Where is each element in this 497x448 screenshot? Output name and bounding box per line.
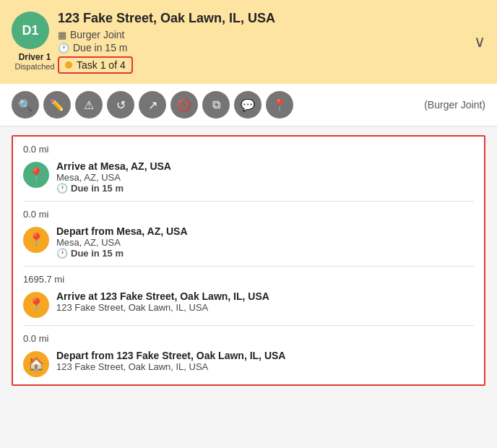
task-icon: 🏠 — [23, 351, 49, 377]
alert-tool-button[interactable]: ⚠ — [75, 91, 103, 119]
business-name: Burger Joint — [70, 29, 124, 40]
share-tool-button[interactable]: ↗ — [139, 91, 166, 119]
distance-label: 0.0 mi — [23, 144, 474, 155]
task-badge: Task 1 of 4 — [58, 56, 133, 74]
task-title: Arrive at 123 Fake Street, Oak Lawn, IL,… — [56, 290, 474, 302]
task-list-container: 0.0 mi📍Arrive at Mesa, AZ, USAMesa, AZ, … — [12, 135, 485, 386]
task-dot — [65, 61, 72, 69]
task-icon: 📍 — [23, 292, 49, 318]
header-address: 123 Fake Street, Oak Lawn, IL, USA — [58, 10, 485, 27]
copy-tool-button[interactable]: ⧉ — [202, 91, 230, 119]
task-row: 📍Arrive at 123 Fake Street, Oak Lawn, IL… — [23, 290, 474, 318]
task-details: Arrive at Mesa, AZ, USAMesa, AZ, USA🕐 Du… — [56, 160, 474, 194]
task-address: 123 Fake Street, Oak Lawn, IL, USA — [56, 302, 474, 313]
header-info: 123 Fake Street, Oak Lawn, IL, USA ▦ Bur… — [58, 10, 485, 74]
task-row: 📍Arrive at Mesa, AZ, USAMesa, AZ, USA🕐 D… — [23, 160, 474, 194]
distance-label: 1695.7 mi — [23, 274, 474, 285]
driver-avatar: D1 — [12, 12, 49, 49]
task-due: 🕐 Due in 15 m — [56, 248, 474, 259]
task-icon: 📍 — [23, 227, 49, 253]
task-item: 0.0 mi🏠Depart from 123 Fake Street, Oak … — [13, 326, 484, 384]
task-item: 1695.7 mi📍Arrive at 123 Fake Street, Oak… — [13, 267, 484, 325]
message-tool-button[interactable]: 💬 — [234, 91, 262, 119]
task-item: 0.0 mi📍Arrive at Mesa, AZ, USAMesa, AZ, … — [13, 137, 484, 201]
business-row: ▦ Burger Joint — [58, 29, 485, 40]
header-card: D1 Driver 1 Dispatched 123 Fake Street, … — [0, 0, 497, 84]
due-row: 🕐 Due in 15 m — [58, 42, 485, 53]
task-address: Mesa, AZ, USA — [56, 237, 474, 248]
distance-label: 0.0 mi — [23, 209, 474, 220]
undo-tool-button[interactable]: ↺ — [107, 91, 134, 119]
distance-label: 0.0 mi — [23, 333, 474, 344]
task-title: Depart from Mesa, AZ, USA — [56, 225, 474, 237]
collapse-button[interactable]: ∨ — [474, 33, 485, 51]
edit-tool-button[interactable]: ✏️ — [43, 91, 71, 119]
task-row: 🏠Depart from 123 Fake Street, Oak Lawn, … — [23, 350, 474, 377]
task-title: Depart from 123 Fake Street, Oak Lawn, I… — [56, 350, 474, 361]
due-clock-icon: 🕐 — [56, 248, 68, 259]
cancel-tool-button[interactable]: 🚫 — [170, 91, 198, 119]
search-tool-button[interactable]: 🔍 — [12, 91, 39, 119]
task-row: 📍Depart from Mesa, AZ, USAMesa, AZ, USA🕐… — [23, 225, 474, 259]
task-title: Arrive at Mesa, AZ, USA — [56, 160, 474, 172]
driver-name: Driver 1 — [19, 52, 51, 62]
task-due: 🕐 Due in 15 m — [56, 183, 474, 194]
task-details: Arrive at 123 Fake Street, Oak Lawn, IL,… — [56, 290, 474, 313]
task-address: Mesa, AZ, USA — [56, 172, 474, 183]
toolbar-context-label: (Burger Joint) — [424, 99, 485, 111]
task-label: Task 1 of 4 — [77, 59, 126, 71]
due-time: Due in 15 m — [73, 42, 127, 53]
header-meta: ▦ Burger Joint 🕐 Due in 15 m — [58, 29, 485, 53]
building-icon: ▦ — [58, 30, 66, 40]
due-clock-icon: 🕐 — [56, 183, 68, 194]
driver-column: D1 Driver 1 Dispatched — [12, 10, 58, 71]
driver-status: Dispatched — [14, 62, 54, 71]
task-details: Depart from 123 Fake Street, Oak Lawn, I… — [56, 350, 474, 372]
task-details: Depart from Mesa, AZ, USAMesa, AZ, USA🕐 … — [56, 225, 474, 259]
task-address: 123 Fake Street, Oak Lawn, IL, USA — [56, 361, 474, 372]
location-tool-button[interactable]: 📍 — [266, 91, 293, 119]
clock-icon: 🕐 — [58, 43, 69, 53]
task-icon: 📍 — [23, 162, 49, 188]
toolbar: 🔍 ✏️ ⚠ ↺ ↗ 🚫 ⧉ 💬 📍 (Burger Joint) — [0, 84, 497, 126]
task-item: 0.0 mi📍Depart from Mesa, AZ, USAMesa, AZ… — [13, 202, 484, 266]
